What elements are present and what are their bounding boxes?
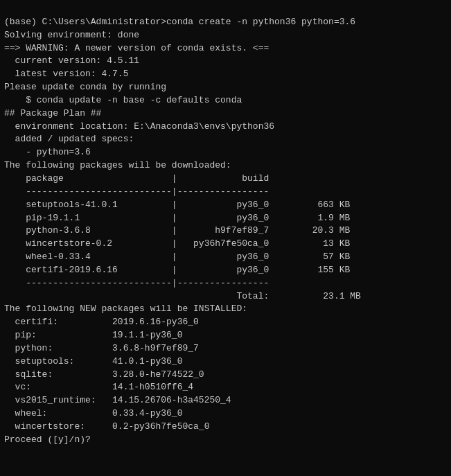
terminal-line: Please update conda by running <box>4 81 447 94</box>
terminal-line: wheel-0.33.4 | py36_0 57 KB <box>4 251 447 264</box>
terminal-window: (base) C:\Users\Administrator>conda crea… <box>0 0 451 476</box>
terminal-line: package | build <box>4 173 447 186</box>
terminal-line: wincertstore: 0.2-py36h7fe50ca_0 <box>4 421 447 434</box>
terminal-line: The following packages will be downloade… <box>4 159 447 173</box>
terminal-line: wheel: 0.33.4-py36_0 <box>4 407 447 421</box>
terminal-line: vs2015_runtime: 14.15.26706-h3a45250_4 <box>4 394 447 407</box>
terminal-line: current version: 4.5.11 <box>4 55 447 68</box>
terminal-line: setuptools: 41.0.1-py36_0 <box>4 355 447 369</box>
terminal-line: setuptools-41.0.1 | py36_0 663 KB <box>4 199 447 212</box>
terminal-line: wincertstore-0.2 | py36h7fe50ca_0 13 KB <box>4 238 447 251</box>
terminal-line: sqlite: 3.28.0-he774522_0 <box>4 369 447 382</box>
terminal-line: ---------------------------|------------… <box>4 186 447 199</box>
terminal-line: certifi: 2019.6.16-py36_0 <box>4 316 447 329</box>
terminal-line: Total: 23.1 MB <box>4 290 447 303</box>
terminal-line: ==> WARNING: A newer version of conda ex… <box>4 42 447 55</box>
terminal-line: pip: 19.1.1-py36_0 <box>4 329 447 342</box>
terminal-line: vc: 14.1-h0510ff6_4 <box>4 381 447 394</box>
terminal-line: Solving environment: done <box>4 29 447 42</box>
terminal-line: The following NEW packages will be INSTA… <box>4 303 447 316</box>
terminal-line: certifi-2019.6.16 | py36_0 155 KB <box>4 264 447 277</box>
terminal-line: (base) C:\Users\Administrator>conda crea… <box>4 16 447 29</box>
terminal-line: added / updated specs: <box>4 133 447 146</box>
terminal-line: environment location: E:\Anaconda3\envs\… <box>4 121 447 134</box>
terminal-line: python: 3.6.8-h9f7ef89_7 <box>4 342 447 355</box>
terminal-line: latest version: 4.7.5 <box>4 68 447 81</box>
terminal-line: $ conda update -n base -c defaults conda <box>4 94 447 107</box>
terminal-line: pip-19.1.1 | py36_0 1.9 MB <box>4 212 447 225</box>
terminal-line: ## Package Plan ## <box>4 107 447 121</box>
terminal-line: ---------------------------|------------… <box>4 277 447 290</box>
terminal-line: - python=3.6 <box>4 146 447 159</box>
terminal-line: Proceed ([y]/n)? <box>4 434 447 447</box>
terminal-line: python-3.6.8 | h9f7ef89_7 20.3 MB <box>4 224 447 238</box>
